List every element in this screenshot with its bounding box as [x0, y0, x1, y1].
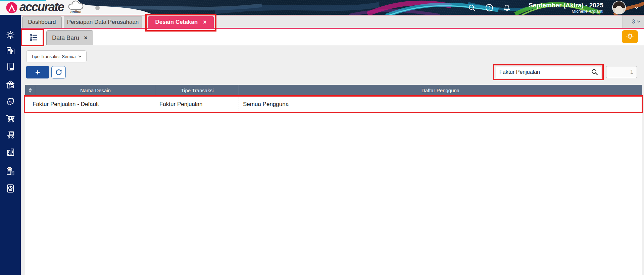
tax-document-icon[interactable]: TAX	[0, 165, 21, 178]
sub-tab-bar: Data Baru ×	[21, 29, 644, 45]
cell-value: Faktur Penjualan - Default	[33, 101, 99, 108]
search-submit-icon[interactable]	[591, 68, 598, 76]
main-sidebar: Rp	[0, 15, 21, 275]
cell-tipe-transaksi: Faktur Penjualan	[156, 97, 239, 111]
tab-label: Desain Cetakan	[155, 19, 198, 25]
cell-nama-desain: Faktur Penjualan - Default	[30, 97, 156, 111]
row-spacer	[25, 97, 30, 111]
window-count: 3	[632, 19, 635, 25]
help-icon[interactable]: ?	[485, 3, 494, 12]
building-car-icon[interactable]	[0, 146, 21, 159]
tab-label: Dashboard	[28, 19, 56, 25]
column-header-daftar-pengguna[interactable]: Daftar Pengguna	[239, 85, 642, 96]
chevron-down-icon	[78, 55, 82, 58]
tab-desain-cetakan[interactable]: Desain Cetakan ×	[148, 16, 214, 28]
shopping-cart-icon[interactable]	[0, 112, 21, 125]
plus-icon: +	[35, 68, 40, 76]
cloud-logo: online	[67, 0, 85, 14]
accurate-logo-mark-icon	[6, 2, 17, 13]
window-count-selector[interactable]: 3	[623, 15, 644, 28]
sub-tab-data-baru[interactable]: Data Baru ×	[46, 30, 93, 45]
company-buildings-icon[interactable]	[0, 44, 21, 57]
lightbulb-icon	[626, 33, 634, 41]
gear-icon[interactable]	[0, 29, 21, 41]
bank-icon[interactable]	[0, 78, 21, 91]
column-header-label: Daftar Pengguna	[422, 88, 459, 93]
result-count-box: 1	[606, 66, 637, 78]
close-tab-icon[interactable]: ×	[203, 19, 207, 25]
status-dot	[95, 6, 100, 10]
add-button[interactable]: +	[26, 66, 49, 78]
svg-text:TAX: TAX	[8, 168, 11, 169]
chevron-down-icon	[637, 20, 641, 23]
active-tab-underline	[21, 28, 644, 29]
user-info[interactable]: September (Akira) - 2025 Michelle Ardian…	[529, 2, 603, 14]
hint-lightbulb-button[interactable]	[622, 30, 638, 43]
app-header: accurate v1.0.1#3090-2016197 online ?	[0, 0, 644, 15]
table-header-row: Nama Desain Tipe Transaksi Daftar Penggu…	[25, 85, 642, 96]
hand-truck-icon[interactable]	[0, 128, 21, 141]
refresh-button[interactable]	[51, 66, 66, 78]
column-header-nama-desain[interactable]: Nama Desain	[35, 85, 156, 96]
cloud-icon	[67, 0, 85, 10]
header-actions: ? September (Akira) - 2025 Michelle Ardi…	[467, 0, 639, 15]
column-header-tipe-transaksi[interactable]: Tipe Transaksi	[156, 85, 239, 96]
designs-table: Nama Desain Tipe Transaksi Daftar Penggu…	[25, 85, 642, 275]
cell-daftar-pengguna: Semua Pengguna	[239, 97, 642, 111]
result-count: 1	[630, 69, 633, 75]
column-header-label: Tipe Transaksi	[181, 88, 214, 93]
close-sub-tab-icon[interactable]: ×	[84, 35, 88, 42]
sub-tab-label: Data Baru	[52, 35, 79, 42]
cell-value: Faktur Penjualan	[159, 101, 203, 108]
search-box	[496, 66, 601, 78]
filter-label: Tipe Transaksi: Semua	[31, 54, 76, 59]
price-tag-rp-icon[interactable]: Rp	[0, 95, 21, 108]
brand-name: accurate	[19, 1, 64, 13]
book-journal-icon[interactable]	[0, 60, 21, 73]
user-avatar[interactable]	[612, 1, 626, 14]
user-menu-chevron-icon[interactable]	[635, 6, 639, 9]
sort-icon	[29, 88, 32, 93]
cell-value: Semua Pengguna	[243, 101, 289, 108]
list-view-toggle-button[interactable]	[25, 31, 42, 44]
top-accent-line	[0, 0, 46, 1]
table-row[interactable]: Faktur Penjualan - Default Faktur Penjua…	[25, 97, 642, 111]
tab-persiapan-data-perusahaan[interactable]: Persiapan Data Perusahaan	[64, 16, 142, 28]
tab-dashboard[interactable]: Dashboard	[22, 16, 62, 28]
sort-toggle[interactable]	[25, 85, 35, 96]
column-header-label: Nama Desain	[80, 88, 111, 93]
header-divider-line	[0, 15, 644, 15]
report-pie-icon[interactable]	[0, 182, 21, 195]
list-icon	[29, 33, 38, 42]
search-input[interactable]	[496, 66, 601, 78]
period-label: September (Akira) - 2025	[529, 2, 603, 9]
svg-text:?: ?	[488, 5, 491, 10]
transaction-type-filter[interactable]: Tipe Transaksi: Semua	[26, 50, 87, 62]
search-icon[interactable]	[467, 3, 476, 12]
main-tab-bar: Dashboard Persiapan Data Perusahaan Desa…	[21, 15, 644, 28]
notifications-bell-icon[interactable]	[502, 3, 511, 12]
content-area: Tipe Transaksi: Semua + 1	[21, 45, 644, 275]
svg-text:Rp: Rp	[9, 101, 12, 104]
user-name: Michelle Ardianti	[572, 9, 603, 14]
tab-label: Persiapan Data Perusahaan	[67, 19, 139, 25]
brand-logo: accurate	[6, 0, 64, 15]
refresh-icon	[55, 69, 62, 76]
